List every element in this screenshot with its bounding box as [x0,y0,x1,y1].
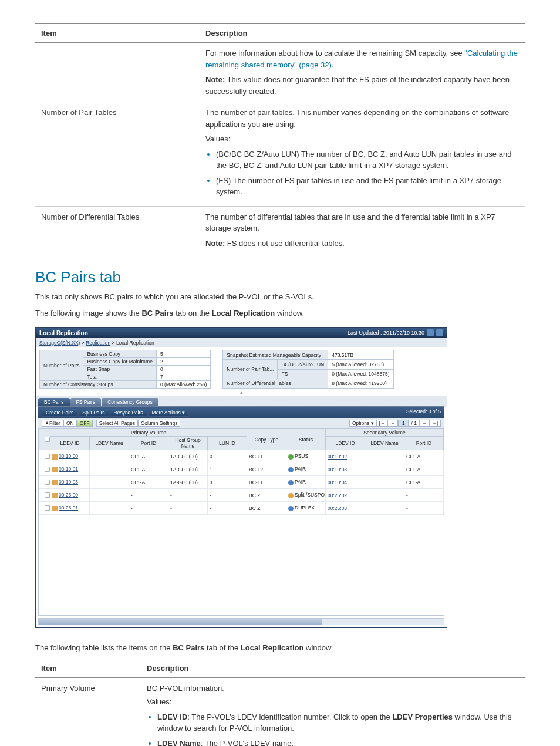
dot: . [332,60,334,69]
secondary-ldev-link[interactable]: 00:10:04 [328,480,347,485]
status-icon [288,480,294,485]
tab-bc-pairs[interactable]: BC Pairs [38,398,70,406]
note-text: This value does not guarantee that the F… [205,75,510,96]
primary-ldev-link[interactable]: 00:10:00 [59,453,78,459]
volume-icon [52,467,58,472]
th-item: Item [35,659,141,677]
desc-diff-tables: The number of differential tables that a… [205,211,519,234]
th-desc: Description [141,659,525,677]
tabs: BC Pairs FS Pairs Consistency Groups [38,398,444,407]
primary-ldev-link[interactable]: 00:25:01 [59,505,78,511]
continuation-table: Item Description For more information ab… [35,23,525,254]
summary-right-table: Snapshot Estimated Manageable Capacity47… [222,350,393,389]
pairs-grid: Primary Volume Copy Type Status Secondar… [39,428,444,515]
resync-pairs-button[interactable]: Resync Pairs [110,409,147,417]
titlebar: Local Replication Last Updated : 2011/02… [36,328,447,338]
row-pair-tables: Number of Pair Tables The number of pair… [35,102,525,207]
item-diff-tables: Number of Differential Tables [35,206,200,254]
help-icon[interactable] [436,329,443,336]
bc-pairs-items-table: Item Description Primary Volume BC P-VOL… [35,659,525,747]
local-replication-window: Local Replication Last Updated : 2011/02… [35,327,447,628]
th-item: Item [35,24,200,43]
primary-ldev-link[interactable]: 00:25:00 [59,492,78,498]
volume-icon [52,454,58,460]
breadcrumb: StorageC(S/N:XX) > Replication > Local R… [36,338,447,347]
select-all-pages[interactable]: Select All Pages [96,420,138,427]
intro-paragraph-1: This tab only shows BC pairs to which yo… [35,291,525,303]
last-updated: Last Updated : 2011/02/19 10:30 [348,330,424,336]
breadcrumb-local: Local Replication [116,340,154,346]
table-row[interactable]: 00:10:03CL1-A1A-G00 (00)3BC-L1PAIR00:10:… [39,476,444,489]
breadcrumb-storage[interactable]: StorageC(S/N:XX) [39,340,80,346]
row-checkbox[interactable] [45,505,50,511]
grid-empty-area [39,515,444,615]
row-diff-tables: Number of Differential Tables The number… [35,206,525,254]
note-label: Note: [205,239,225,248]
scrollbar[interactable] [38,618,444,625]
bullet-ldev-id: LDEV ID: The P-VOL's LDEV identification… [157,711,519,734]
table-row[interactable]: 00:10:00CL1-A1A-G00 (00)0BC-L1PSUS00:10:… [39,450,444,463]
page-next[interactable]: → [419,420,430,427]
filter-button[interactable]: ★Filter [42,420,63,427]
section-title-bc-pairs: BC Pairs tab [35,268,525,286]
bullet-ldev-name: LDEV Name: The P-VOL's LDEV name. [157,738,519,747]
item-primary-volume: Primary Volume [35,677,141,746]
page-prev[interactable]: ← [387,420,398,427]
window-title: Local Replication [39,330,88,336]
tab-fs-pairs[interactable]: FS Pairs [70,398,102,406]
secondary-ldev-link[interactable]: 00:25:03 [328,505,347,511]
row-checkbox[interactable] [45,492,50,498]
status-icon [288,467,294,472]
row-checkbox[interactable] [45,480,50,485]
volume-icon [52,506,58,511]
values-label: Values: [205,133,519,145]
split-pairs-button[interactable]: Split Pairs [78,409,109,417]
page-last[interactable]: →| [430,420,441,427]
volume-icon [52,493,58,498]
table-row[interactable]: 00:10:01CL1-A1A-G00 (00)1BC-L2PAIR00:10:… [39,463,444,476]
row-checkbox[interactable] [45,454,50,459]
intro-paragraph-2: The following image shows the BC Pairs t… [35,308,525,319]
after-image-paragraph: The following table lists the items on t… [35,642,525,654]
row-remaining-sm: For more information about how to calcul… [35,43,525,102]
row-checkbox[interactable] [45,467,50,472]
page-total: / 1 [409,420,419,427]
summary-left-table: Number of Pairs Business Copy5 Business … [39,350,211,389]
options-button[interactable]: Options ▾ [349,420,377,427]
filter-off[interactable]: OFF [77,420,93,427]
bullet-bc-auto-lun: (BC/BC BC Z/Auto LUN) The number of BC, … [216,148,519,171]
filter-on[interactable]: ON [63,420,77,427]
status-icon [288,506,294,511]
status-icon [288,493,294,498]
secondary-ldev-link[interactable]: 00:25:02 [328,492,347,498]
page-first[interactable]: |← [377,420,388,427]
secondary-ldev-link[interactable]: 00:10:02 [328,454,347,460]
desc-pre: For more information about how to calcul… [205,49,464,58]
tab-consistency-groups[interactable]: Consistency Groups [102,398,158,406]
volume-icon [52,480,58,485]
desc-pair-tables: The number of pair tables. This number v… [205,107,519,130]
bullet-fs: (FS) The number of FS pair tables in use… [216,175,519,198]
note-label: Note: [205,75,225,84]
secondary-ldev-link[interactable]: 00:10:03 [328,467,347,472]
more-actions-button[interactable]: More Actions ▾ [148,409,190,417]
table-row[interactable]: 00:25:01---BC ZDUPLEX00:25:03- [39,502,444,515]
collapse-icon[interactable]: ▴ [36,390,447,396]
row-primary-volume: Primary Volume BC P-VOL information. Val… [35,677,525,746]
status-icon [288,454,294,460]
refresh-icon[interactable] [427,329,434,336]
note-text: FS does not use differential tables. [225,239,345,248]
page-number[interactable]: 1 [398,420,409,427]
primary-ldev-link[interactable]: 00:10:03 [59,479,78,485]
th-desc: Description [200,24,525,43]
item-pair-tables: Number of Pair Tables [35,102,200,207]
primary-ldev-link[interactable]: 00:10:01 [59,466,78,472]
table-row[interactable]: 00:25:00---BC ZSplit /SUSPOP00:25:02- [39,489,444,502]
create-pairs-button[interactable]: Create Pairs [42,409,77,417]
breadcrumb-replication[interactable]: Replication [86,340,110,346]
lbl-number-pairs: Number of Pairs [40,350,83,381]
select-all-checkbox[interactable] [45,437,50,442]
column-settings[interactable]: Column Settings [138,420,180,427]
selected-count: Selected: 0 of 5 [406,409,441,417]
